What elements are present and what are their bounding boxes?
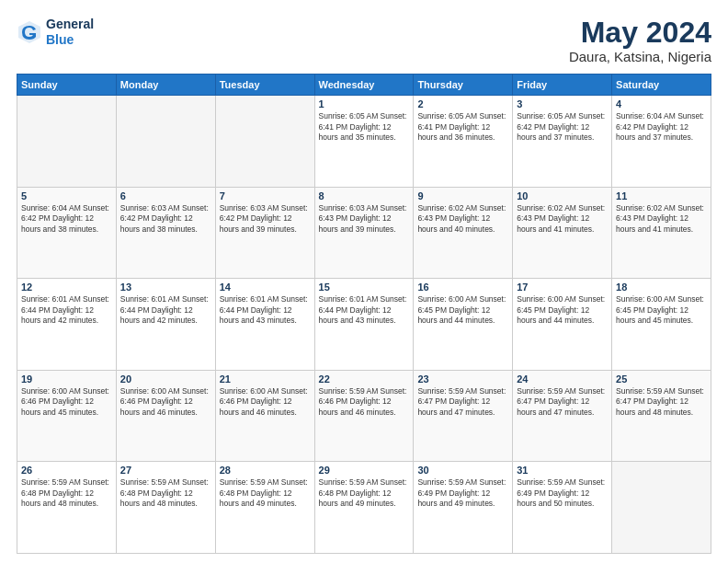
day-info: Sunrise: 6:05 AM Sunset: 6:42 PM Dayligh… — [517, 111, 608, 143]
table-row: 7Sunrise: 6:03 AM Sunset: 6:42 PM Daylig… — [215, 187, 314, 279]
logo-line2: Blue — [46, 32, 94, 48]
col-tuesday: Tuesday — [215, 75, 314, 96]
day-number: 14 — [220, 282, 311, 293]
day-number: 26 — [21, 465, 112, 476]
day-number: 8 — [319, 190, 410, 201]
table-row — [17, 96, 117, 188]
logo-text: General Blue — [46, 17, 94, 48]
day-number: 22 — [319, 373, 410, 385]
day-number: 7 — [220, 190, 311, 201]
table-row: 24Sunrise: 5:59 AM Sunset: 6:47 PM Dayli… — [513, 370, 612, 462]
day-info: Sunrise: 6:00 AM Sunset: 6:45 PM Dayligh… — [417, 294, 508, 326]
table-row — [116, 96, 215, 188]
table-row: 11Sunrise: 6:02 AM Sunset: 6:43 PM Dayli… — [612, 187, 711, 279]
day-number: 30 — [417, 465, 508, 476]
day-number: 31 — [517, 465, 608, 476]
day-info: Sunrise: 6:04 AM Sunset: 6:42 PM Dayligh… — [21, 203, 112, 235]
day-info: Sunrise: 5:59 AM Sunset: 6:49 PM Dayligh… — [517, 477, 608, 509]
table-row: 29Sunrise: 5:59 AM Sunset: 6:48 PM Dayli… — [314, 462, 414, 554]
table-row: 18Sunrise: 6:00 AM Sunset: 6:45 PM Dayli… — [612, 279, 711, 371]
logo-icon — [17, 19, 42, 45]
table-row: 4Sunrise: 6:04 AM Sunset: 6:42 PM Daylig… — [612, 96, 711, 188]
table-row: 21Sunrise: 6:00 AM Sunset: 6:46 PM Dayli… — [215, 370, 314, 462]
day-number: 27 — [120, 465, 211, 476]
table-row — [612, 462, 711, 554]
day-number: 29 — [319, 465, 410, 476]
table-row: 1Sunrise: 6:05 AM Sunset: 6:41 PM Daylig… — [314, 96, 414, 188]
col-thursday: Thursday — [414, 75, 513, 96]
day-info: Sunrise: 5:59 AM Sunset: 6:47 PM Dayligh… — [417, 386, 508, 418]
logo: General Blue — [17, 17, 94, 48]
table-row: 19Sunrise: 6:00 AM Sunset: 6:46 PM Dayli… — [17, 370, 117, 462]
day-number: 9 — [417, 190, 508, 201]
day-info: Sunrise: 6:02 AM Sunset: 6:43 PM Dayligh… — [417, 203, 508, 235]
day-number: 23 — [417, 373, 508, 385]
day-number: 11 — [616, 190, 707, 201]
day-number: 21 — [220, 373, 311, 385]
table-row: 14Sunrise: 6:01 AM Sunset: 6:44 PM Dayli… — [215, 279, 314, 371]
table-row: 25Sunrise: 5:59 AM Sunset: 6:47 PM Dayli… — [612, 370, 711, 462]
table-row: 9Sunrise: 6:02 AM Sunset: 6:43 PM Daylig… — [414, 187, 513, 279]
day-info: Sunrise: 6:01 AM Sunset: 6:44 PM Dayligh… — [120, 294, 211, 326]
day-number: 13 — [120, 282, 211, 293]
day-info: Sunrise: 5:59 AM Sunset: 6:46 PM Dayligh… — [319, 386, 410, 418]
table-row: 3Sunrise: 6:05 AM Sunset: 6:42 PM Daylig… — [513, 96, 612, 188]
calendar-table: Sunday Monday Tuesday Wednesday Thursday… — [17, 74, 711, 554]
day-info: Sunrise: 6:02 AM Sunset: 6:43 PM Dayligh… — [517, 203, 608, 235]
table-row: 5Sunrise: 6:04 AM Sunset: 6:42 PM Daylig… — [17, 187, 117, 279]
day-number: 1 — [319, 98, 410, 109]
day-info: Sunrise: 6:00 AM Sunset: 6:46 PM Dayligh… — [120, 386, 211, 418]
table-row: 8Sunrise: 6:03 AM Sunset: 6:43 PM Daylig… — [314, 187, 414, 279]
day-number: 15 — [319, 282, 410, 293]
day-number: 12 — [21, 282, 112, 293]
day-number: 24 — [517, 373, 608, 385]
col-saturday: Saturday — [612, 75, 711, 96]
day-info: Sunrise: 6:02 AM Sunset: 6:43 PM Dayligh… — [616, 203, 707, 235]
table-row: 26Sunrise: 5:59 AM Sunset: 6:48 PM Dayli… — [17, 462, 117, 554]
day-number: 25 — [616, 373, 707, 385]
table-row: 6Sunrise: 6:03 AM Sunset: 6:42 PM Daylig… — [116, 187, 215, 279]
table-row: 30Sunrise: 5:59 AM Sunset: 6:49 PM Dayli… — [414, 462, 513, 554]
day-number: 28 — [220, 465, 311, 476]
col-friday: Friday — [513, 75, 612, 96]
calendar-header-row: Sunday Monday Tuesday Wednesday Thursday… — [17, 75, 711, 96]
header: General Blue May 2024 Daura, Katsina, Ni… — [17, 17, 711, 64]
day-number: 10 — [517, 190, 608, 201]
day-number: 20 — [120, 373, 211, 385]
table-row: 28Sunrise: 5:59 AM Sunset: 6:48 PM Dayli… — [215, 462, 314, 554]
day-number: 5 — [21, 190, 112, 201]
col-wednesday: Wednesday — [314, 75, 414, 96]
table-row: 16Sunrise: 6:00 AM Sunset: 6:45 PM Dayli… — [414, 279, 513, 371]
table-row: 22Sunrise: 5:59 AM Sunset: 6:46 PM Dayli… — [314, 370, 414, 462]
day-number: 18 — [616, 282, 707, 293]
day-info: Sunrise: 5:59 AM Sunset: 6:48 PM Dayligh… — [220, 477, 311, 509]
day-info: Sunrise: 6:04 AM Sunset: 6:42 PM Dayligh… — [616, 111, 707, 143]
calendar-week-5: 26Sunrise: 5:59 AM Sunset: 6:48 PM Dayli… — [17, 462, 711, 554]
table-row: 2Sunrise: 6:05 AM Sunset: 6:41 PM Daylig… — [414, 96, 513, 188]
table-row: 13Sunrise: 6:01 AM Sunset: 6:44 PM Dayli… — [116, 279, 215, 371]
svg-marker-0 — [18, 21, 40, 43]
day-info: Sunrise: 6:03 AM Sunset: 6:42 PM Dayligh… — [120, 203, 211, 235]
col-sunday: Sunday — [17, 75, 117, 96]
logo-line1: General — [46, 17, 94, 32]
calendar-week-4: 19Sunrise: 6:00 AM Sunset: 6:46 PM Dayli… — [17, 370, 711, 462]
day-number: 3 — [517, 98, 608, 109]
table-row: 12Sunrise: 6:01 AM Sunset: 6:44 PM Dayli… — [17, 279, 117, 371]
day-number: 2 — [417, 98, 508, 109]
day-info: Sunrise: 6:03 AM Sunset: 6:42 PM Dayligh… — [220, 203, 311, 235]
table-row — [215, 96, 314, 188]
day-info: Sunrise: 6:01 AM Sunset: 6:44 PM Dayligh… — [319, 294, 410, 326]
calendar-week-2: 5Sunrise: 6:04 AM Sunset: 6:42 PM Daylig… — [17, 187, 711, 279]
calendar-week-3: 12Sunrise: 6:01 AM Sunset: 6:44 PM Dayli… — [17, 279, 711, 371]
day-info: Sunrise: 6:00 AM Sunset: 6:46 PM Dayligh… — [220, 386, 311, 418]
calendar-week-1: 1Sunrise: 6:05 AM Sunset: 6:41 PM Daylig… — [17, 96, 711, 188]
table-row: 31Sunrise: 5:59 AM Sunset: 6:49 PM Dayli… — [513, 462, 612, 554]
day-info: Sunrise: 6:01 AM Sunset: 6:44 PM Dayligh… — [21, 294, 112, 326]
title-block: May 2024 Daura, Katsina, Nigeria — [569, 17, 711, 64]
day-info: Sunrise: 6:00 AM Sunset: 6:45 PM Dayligh… — [616, 294, 707, 326]
table-row: 20Sunrise: 6:00 AM Sunset: 6:46 PM Dayli… — [116, 370, 215, 462]
page: General Blue May 2024 Daura, Katsina, Ni… — [0, 0, 728, 563]
col-monday: Monday — [116, 75, 215, 96]
day-info: Sunrise: 5:59 AM Sunset: 6:48 PM Dayligh… — [21, 477, 112, 509]
day-info: Sunrise: 6:03 AM Sunset: 6:43 PM Dayligh… — [319, 203, 410, 235]
